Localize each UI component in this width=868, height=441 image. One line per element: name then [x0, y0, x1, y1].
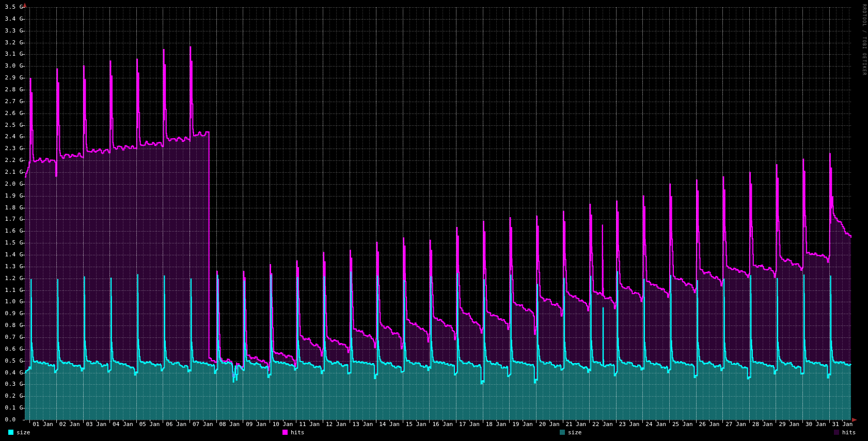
y-axis-label: 0.7 G [0, 334, 23, 340]
y-axis-label: 0.6 G [0, 346, 23, 352]
legend-swatch-size [560, 430, 565, 435]
x-axis-label: 28 Jan [748, 421, 777, 428]
y-axis-label: 1.2 G [0, 275, 23, 282]
legend-swatch-size [8, 430, 13, 435]
y-axis-label: 2.4 G [0, 134, 23, 140]
y-axis-label: 1.6 G [0, 228, 23, 234]
y-axis-label: 2.7 G [0, 99, 23, 105]
y-axis-label: 0.1 G [0, 405, 23, 411]
y-axis-label: 2.2 G [0, 157, 23, 164]
y-axis-label: 1.4 G [0, 252, 23, 258]
x-axis-label: 13 Jan [348, 421, 377, 428]
y-axis-label: 0.9 G [0, 311, 23, 317]
y-axis-label: 2.3 G [0, 145, 23, 152]
y-axis-label: 2.9 G [0, 75, 23, 81]
legend-item-size: size [8, 429, 30, 436]
y-axis-label: 1.8 G [0, 205, 23, 211]
y-axis-label: 3.5 G [0, 4, 23, 10]
y-axis-label: 0.8 G [0, 322, 23, 329]
y-axis-label: 1.0 G [0, 299, 23, 305]
x-axis-label: 20 Jan [535, 421, 564, 428]
y-axis-label: 2.0 G [0, 181, 23, 187]
y-axis-label: 2.6 G [0, 110, 23, 117]
legend-item-hits: hits [834, 429, 856, 436]
y-axis-label: 1.3 G [0, 264, 23, 270]
x-axis-label: 25 Jan [668, 421, 697, 428]
x-axis-label: 06 Jan [162, 421, 191, 428]
legend-swatch-hits [282, 430, 288, 435]
y-axis-label: 1.7 G [0, 216, 23, 222]
x-axis-label: 07 Jan [188, 421, 217, 428]
x-axis-label: 12 Jan [322, 421, 351, 428]
legend-label: size [17, 429, 30, 436]
legend-label: hits [291, 429, 305, 436]
x-axis-label: 10 Jan [269, 421, 297, 428]
x-axis-label: 31 Jan [828, 421, 857, 428]
x-axis-label: 18 Jan [482, 421, 511, 428]
y-axis-label: 2.8 G [0, 87, 23, 93]
chart-canvas [0, 0, 868, 441]
y-axis-label: 3.1 G [0, 51, 23, 57]
x-axis-label: 24 Jan [641, 421, 670, 428]
x-axis-label: 03 Jan [82, 421, 111, 428]
x-axis-label: 08 Jan [215, 421, 244, 428]
x-axis-label: 29 Jan [775, 421, 803, 428]
x-axis-label: 30 Jan [801, 421, 830, 428]
watermark: RRDTOOL / TOBI OETIKER [862, 4, 866, 76]
legend-label: size [568, 429, 582, 436]
x-axis-label: 19 Jan [508, 421, 537, 428]
x-axis-label: 15 Jan [402, 421, 431, 428]
y-axis-label: 0.5 G [0, 358, 23, 364]
y-axis-label: 0.2 G [0, 393, 23, 399]
y-axis-label: 1.1 G [0, 287, 23, 293]
legend-item-size: size [560, 429, 582, 436]
y-axis-label: 3.0 G [0, 63, 23, 69]
y-axis-label: 3.3 G [0, 28, 23, 34]
legend-item-hits: hits [282, 429, 305, 436]
x-axis-label: 01 Jan [28, 421, 57, 428]
x-axis-label: 05 Jan [135, 421, 164, 428]
legend-label: hits [842, 429, 856, 436]
x-axis-label: 22 Jan [588, 421, 617, 428]
x-axis-label: 04 Jan [108, 421, 137, 428]
y-axis-label: 2.5 G [0, 122, 23, 128]
y-axis-label: 0.4 G [0, 370, 23, 376]
legend-swatch-hits [834, 430, 839, 435]
y-axis-label: 3.4 G [0, 16, 23, 22]
x-axis-label: 14 Jan [375, 421, 404, 428]
rrdtool-graph: 3.5 G3.4 G3.3 G3.2 G3.1 G3.0 G2.9 G2.8 G… [0, 0, 868, 441]
y-axis-label: 3.2 G [0, 40, 23, 46]
y-axis-label: 0.3 G [0, 381, 23, 387]
x-axis-label: 16 Jan [428, 421, 457, 428]
x-axis-label: 21 Jan [561, 421, 590, 428]
x-axis-label: 23 Jan [615, 421, 644, 428]
y-axis-label: 2.1 G [0, 169, 23, 175]
x-axis-label: 27 Jan [721, 421, 750, 428]
x-axis-label: 09 Jan [242, 421, 271, 428]
x-axis-label: 17 Jan [455, 421, 484, 428]
y-axis-label: 1.9 G [0, 193, 23, 199]
x-axis-label: 02 Jan [55, 421, 84, 428]
y-axis-label: 1.5 G [0, 240, 23, 246]
y-axis-label: 0.0 [0, 417, 23, 423]
x-axis-label: 11 Jan [295, 421, 324, 428]
x-axis-label: 26 Jan [695, 421, 723, 428]
